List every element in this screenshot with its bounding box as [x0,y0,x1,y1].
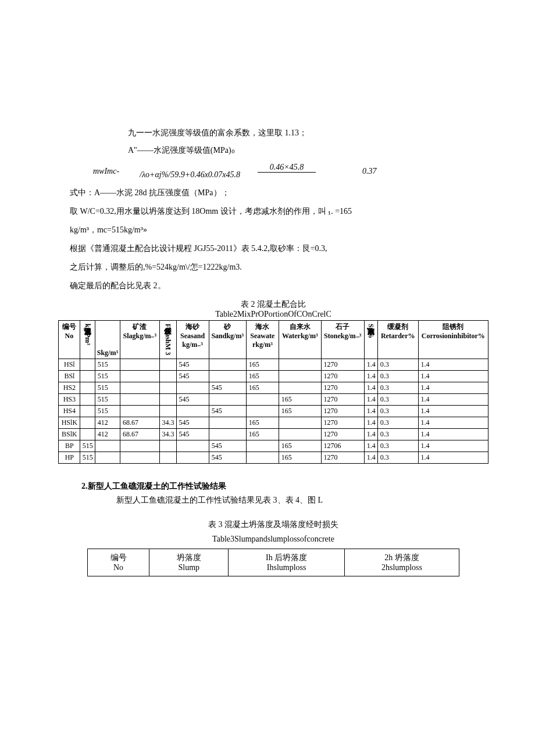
cell: 1.4 [418,417,488,429]
cell: 1.4 [418,371,488,382]
cell: 1270 [321,382,364,394]
table3-caption-cn: 表 3 混凝土坍落度及塌落度经时损失 [58,519,488,530]
cell [209,429,246,440]
cell [120,394,160,406]
cell: 515 [95,359,120,371]
cell [159,452,176,464]
cell: 515 [95,382,120,394]
cell: 1.4 [364,452,377,464]
paragraph-4: 根据《普通混凝土配合比设计规程 JGJ55-2011》表 5.4.2,取砂率：艮… [70,243,488,254]
section-2-line: 新型人工鱼礁混凝土的工作性试验结果见表 3、表 4、图 L [116,495,488,506]
formula-result: 0.37 [362,167,377,176]
cell [80,429,95,440]
cell: 1270 [321,406,364,417]
cell [80,382,95,394]
cell: HS3 [59,394,80,406]
formula: mwImc- /λo+αj%/59.9+0.46x0.07x45.8 0.46×… [93,163,488,180]
cell [159,394,176,406]
cell: 1270 [321,417,364,429]
cell: 0.3 [377,452,418,464]
cell: HS4 [59,406,80,417]
cell [95,440,120,452]
cell [120,406,160,417]
cell: 0.3 [377,429,418,440]
table2-caption-cn: 表 2 混凝土配合比 [58,299,488,310]
cell: 1.4 [418,429,488,440]
cell: 515 [80,452,95,464]
cell: 1.4 [364,440,377,452]
table-mix-proportion: 编号 No 普通水泥 kg/Pm³ Skg/m³ 矿渣 Slagkg/m₋³ 粉… [58,320,488,464]
th-retarder: 缓凝剂 Retarder% [377,321,418,359]
cell [279,417,321,429]
cell: 1.4 [418,440,488,452]
cell: 1.4 [364,429,377,440]
th-water: 自来水 Waterkg/m³ [279,321,321,359]
cell: 34.3 [159,429,176,440]
cell [120,452,160,464]
cell: BSlK [59,429,80,440]
th-slag: 矿渣 Slagkg/m₋³ [120,321,160,359]
formula-numerator: 0.46×45.8 [258,163,316,173]
paragraph-5: 之后计算，调整后的,%=524kg/m\/怎=1222kg/m3. [70,262,488,273]
cell: 1270 [321,394,364,406]
cell: 34.3 [159,417,176,429]
cell [80,417,95,429]
cell [176,452,209,464]
th-sp: 减水剂 Sp% [364,321,377,359]
th-no: 编号 No [59,321,80,359]
table-row: BSlK41268.6734.354516512701.40.31.4 [59,429,488,440]
table3-caption-en: Table3Slumpandslumplossofconcrete [58,535,488,544]
th-skg: Skg/m³ [95,321,120,359]
cell: 412 [95,429,120,440]
cell [209,417,246,429]
cell [159,406,176,417]
cell: 165 [246,371,279,382]
cell: 165 [246,429,279,440]
cell: 1.4 [418,359,488,371]
paragraph-3: kg/m³，mc=515kg/m³» [70,225,488,235]
table-slump: 编号 No 坍落度 Slump Ih 后坍落度 Ihslumploss 2h 坍… [87,549,459,576]
cell: 1.4 [364,417,377,429]
th-seasand: 海砂 Seasand kg/m₋³ [176,321,209,359]
cell [159,440,176,452]
cell: 545 [176,359,209,371]
table-row: HS351554516512701.40.31.4 [59,394,488,406]
cell: 0.3 [377,371,418,382]
cell: 412 [95,417,120,429]
cell [120,440,160,452]
cell [209,359,246,371]
cell [120,371,160,382]
formula-denom: /λo+αj%/59.9+0.46x0.07x45.8 [140,170,240,180]
cell [279,382,321,394]
paragraph-2: 取 W/C=0.32,用水量以坍落度达到 18Omm 设计，考虑减水剂的作用，叫… [70,206,488,217]
cell [95,452,120,464]
cell [246,440,279,452]
cell [159,359,176,371]
t3-no: 编号 No [88,549,149,576]
cell: 165 [246,417,279,429]
table-row: BP515545165127061.40.31.4 [59,440,488,452]
cell: 1270 [321,452,364,464]
cell: 545 [176,429,209,440]
intro-line-2: A"——水泥强度等级值(MPa)₀ [128,145,488,156]
t3-1h: Ih 后坍落度 Ihslumploss [229,549,345,576]
cell: 545 [176,417,209,429]
cell: 165 [279,452,321,464]
cell: 0.3 [377,406,418,417]
cell: HSl [59,359,80,371]
th-seawater: 海水 Seawate rkg/m³ [246,321,279,359]
cell: 165 [279,394,321,406]
formula-left: mwImc- [93,167,128,176]
cell [279,359,321,371]
cell: 545 [176,394,209,406]
cell [246,406,279,417]
cell [246,452,279,464]
cell: 515 [95,394,120,406]
cell [176,382,209,394]
cell [120,382,160,394]
intro-line-1: 九一一水泥强度等级值的富余系数，这里取 1.13； [128,128,488,138]
th-corrosion: 阻锈剂 Corrosioninhibitor% [418,321,488,359]
th-flyash: 粉煤灰 FlyashM 3 [159,321,176,359]
cell: 545 [176,371,209,382]
cell: 1.4 [418,394,488,406]
